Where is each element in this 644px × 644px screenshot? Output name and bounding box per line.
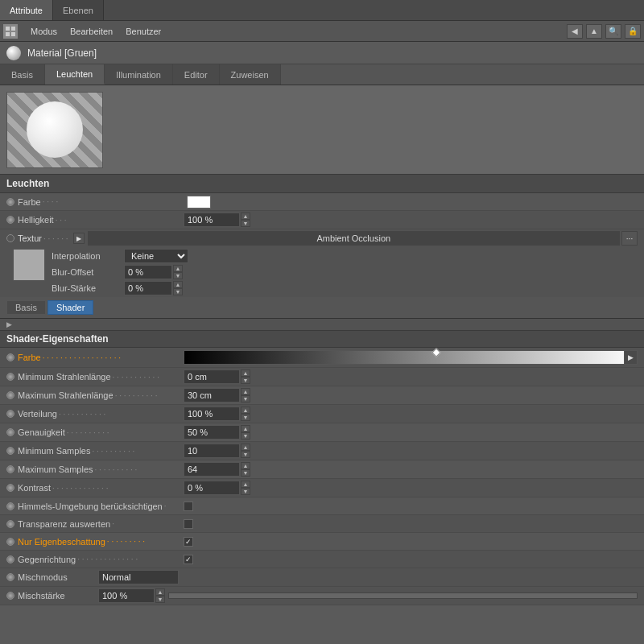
blur-offset-spinner: ▲ ▼ <box>173 265 183 279</box>
textur-main: Textur · · · · · · ▶ Ambient Occlusion ·… <box>0 229 644 247</box>
max-strahlenlange-row: Maximum Strahlenlänge · · · · · · · · · … <box>0 386 644 405</box>
textur-sub: Interpolation Keine Blur-Offset ▲ ▼ Blur… <box>0 247 644 297</box>
min-strahlenlange-label: Minimum Strahlenlänge · · · · · · · · · … <box>6 372 184 382</box>
preview-area <box>0 85 644 174</box>
mischstaerke-row: Mischstärke ▲ ▼ <box>0 587 644 605</box>
max-samples-input[interactable] <box>184 462 240 477</box>
blur-offset-input[interactable] <box>124 265 172 279</box>
genauigkeit-down[interactable]: ▼ <box>241 432 250 440</box>
blur-offset-down[interactable]: ▼ <box>173 272 183 279</box>
lock-btn[interactable]: 🔒 <box>625 24 641 39</box>
arrow-left-btn[interactable]: ◀ <box>567 24 583 39</box>
divider-arrow[interactable]: ▶ <box>0 319 644 330</box>
min-samples-up[interactable]: ▲ <box>241 444 250 451</box>
menu-bearbeiten[interactable]: Bearbeiten <box>64 25 119 38</box>
farbe-radio[interactable] <box>6 198 14 206</box>
textur-row: Textur · · · · · · ▶ Ambient Occlusion ·… <box>0 229 644 297</box>
genauigkeit-up[interactable]: ▲ <box>241 425 250 432</box>
mischstaerke-fill <box>169 593 637 598</box>
min-strahlenlange-up[interactable]: ▲ <box>241 369 250 377</box>
textur-radio[interactable] <box>6 234 14 242</box>
tab-row: Basis Leuchten Illumination Editor Zuwei… <box>0 64 644 85</box>
max-samples-up[interactable]: ▲ <box>241 462 250 469</box>
mischstaerke-up[interactable]: ▲ <box>155 588 165 596</box>
gradient-arrow[interactable]: ▶ <box>624 351 637 364</box>
blur-staerke-input[interactable] <box>124 281 172 295</box>
blur-offset-up[interactable]: ▲ <box>173 265 183 272</box>
min-samples-row: Minimum Samples · · · · · · · · · · ▲ ▼ <box>0 442 644 460</box>
menu-benutzer[interactable]: Benutzer <box>119 25 167 38</box>
shader-farbe-label: Farbe · · · · · · · · · · · · · · · · · … <box>6 353 184 362</box>
tab-ebenen[interactable]: Ebenen <box>53 0 104 20</box>
textur-arrow-btn[interactable]: ▶ <box>73 233 85 244</box>
mischstaerke-radio[interactable] <box>6 592 14 600</box>
himmels-value <box>184 502 638 511</box>
max-strahlenlange-down[interactable]: ▼ <box>241 395 250 402</box>
max-samples-value: ▲ ▼ <box>184 462 638 477</box>
mischstaerke-input[interactable] <box>98 588 155 603</box>
textur-props: Interpolation Keine Blur-Offset ▲ ▼ Blur… <box>52 249 638 295</box>
min-samples-down[interactable]: ▼ <box>241 451 250 458</box>
verteilung-up[interactable]: ▲ <box>241 407 250 414</box>
tab-illumination[interactable]: Illumination <box>105 64 173 85</box>
farbe-swatch[interactable] <box>187 196 211 208</box>
helligkeit-up[interactable]: ▲ <box>241 213 250 220</box>
min-strahlenlange-down[interactable]: ▼ <box>241 377 250 384</box>
tab-ebenen-label: Ebenen <box>63 6 93 15</box>
shader-farbe-row: Farbe · · · · · · · · · · · · · · · · · … <box>0 348 644 368</box>
max-samples-down[interactable]: ▼ <box>241 469 250 477</box>
blur-staerke-down[interactable]: ▼ <box>173 288 183 295</box>
mischstaerke-progress <box>168 592 638 599</box>
subtab-basis[interactable]: Basis <box>6 300 46 315</box>
gegenrichtung-checkbox[interactable]: ✓ <box>184 555 193 564</box>
menu-modus[interactable]: Modus <box>24 25 64 38</box>
textur-more-btn[interactable]: ··· <box>621 231 638 246</box>
farbe-gradient[interactable]: ▶ <box>184 350 638 365</box>
nur-eigenbeschattung-checkbox[interactable]: ✓ <box>184 537 193 547</box>
blur-staerke-spinner: ▲ ▼ <box>173 281 183 295</box>
min-strahlenlange-row: Minimum Strahlenlänge · · · · · · · · · … <box>0 368 644 386</box>
min-samples-input[interactable] <box>184 444 240 458</box>
helligkeit-value: ▲ ▼ <box>184 213 638 227</box>
interpolation-select[interactable]: Keine <box>124 249 188 263</box>
arrow-up-btn[interactable]: ▲ <box>586 24 602 39</box>
max-strahlenlange-label: Maximum Strahlenlänge · · · · · · · · · … <box>6 390 184 400</box>
verteilung-down[interactable]: ▼ <box>241 414 250 421</box>
kontrast-input[interactable] <box>184 481 240 495</box>
blur-staerke-up[interactable]: ▲ <box>173 281 183 288</box>
transparenz-checkbox[interactable] <box>184 519 193 529</box>
genauigkeit-label: Genauigkeit · · · · · · · · · · <box>6 427 184 437</box>
himmels-checkbox[interactable] <box>184 502 193 511</box>
verteilung-value: ▲ ▼ <box>184 407 638 421</box>
material-ball <box>6 46 21 60</box>
tab-attribute[interactable]: Attribute <box>0 0 53 20</box>
mischmodus-radio[interactable] <box>6 573 14 581</box>
himmels-label: Himmels-Umgebung berücksichtigen · <box>6 502 184 511</box>
min-strahlenlange-input[interactable] <box>184 369 240 384</box>
nur-eigenbeschattung-label: Nur Eigenbeschattung · · · · · · · · · <box>6 537 184 547</box>
genauigkeit-value: ▲ ▼ <box>184 425 638 440</box>
blur-offset-row: Blur-Offset ▲ ▼ <box>52 265 638 279</box>
helligkeit-radio[interactable] <box>6 216 14 224</box>
mischstaerke-label: Mischstärke <box>18 591 98 601</box>
genauigkeit-input[interactable] <box>184 425 240 440</box>
subtab-shader[interactable]: Shader <box>47 300 93 315</box>
shader-farbe-radio[interactable] <box>6 353 14 361</box>
textur-thumbnail <box>13 249 45 281</box>
max-strahlenlange-up[interactable]: ▲ <box>241 388 250 395</box>
kontrast-label: Kontrast · · · · · · · · · · · · · <box>6 483 184 493</box>
verteilung-input[interactable] <box>184 407 240 421</box>
kontrast-up[interactable]: ▲ <box>241 481 250 488</box>
max-strahlenlange-input[interactable] <box>184 388 240 402</box>
helligkeit-input[interactable] <box>184 213 240 227</box>
kontrast-row: Kontrast · · · · · · · · · · · · · ▲ ▼ <box>0 479 644 497</box>
tab-zuweisen[interactable]: Zuweisen <box>220 64 281 85</box>
tab-leuchten[interactable]: Leuchten <box>45 64 105 85</box>
menu-bar: Modus Bearbeiten Benutzer ◀ ▲ 🔍 🔒 <box>0 21 644 42</box>
kontrast-down[interactable]: ▼ <box>241 488 250 495</box>
mischstaerke-down[interactable]: ▼ <box>155 596 165 603</box>
tab-basis[interactable]: Basis <box>0 64 45 85</box>
search-btn[interactable]: 🔍 <box>605 24 621 39</box>
helligkeit-down[interactable]: ▼ <box>241 220 250 227</box>
tab-editor[interactable]: Editor <box>173 64 220 85</box>
